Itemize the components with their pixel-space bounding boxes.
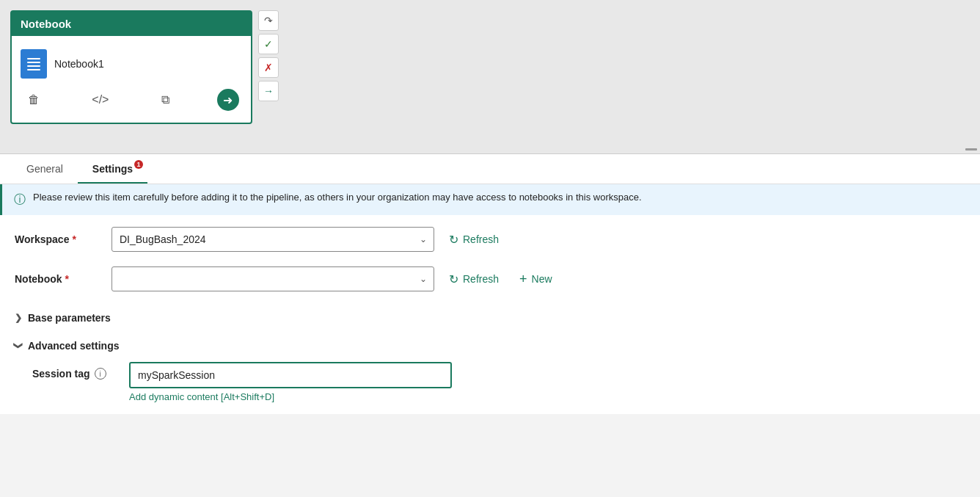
tabs-bar: General Settings 1 — [0, 154, 980, 184]
notebook-required: * — [65, 273, 69, 285]
redo-button[interactable]: ↷ — [258, 10, 279, 31]
workspace-row: Workspace * DI_BugBash_2024 ⌄ ↻ Refresh — [15, 227, 965, 252]
notebook-item-name: Notebook1 — [54, 58, 104, 70]
navigate-button[interactable]: → — [258, 81, 279, 101]
notebook-line-1 — [27, 58, 40, 59]
side-toolbar: ↷ ✓ ✗ → — [258, 10, 279, 101]
resize-handle[interactable] — [965, 148, 977, 150]
notebook-refresh-label: Refresh — [463, 273, 499, 285]
notebook-line-3 — [27, 65, 40, 67]
notebook-new-plus-icon: + — [519, 272, 527, 287]
workspace-label-text: Workspace — [15, 233, 69, 245]
base-parameters-toggle[interactable]: ❯ Base parameters — [15, 306, 111, 330]
cancel-button[interactable]: ✗ — [258, 57, 279, 78]
notebook-select[interactable] — [111, 266, 434, 291]
workspace-label: Workspace * — [15, 233, 103, 245]
notebook-label: Notebook * — [15, 273, 103, 285]
dynamic-content-link[interactable]: Add dynamic content [Alt+Shift+D] — [129, 391, 452, 402]
notebook-new-label: New — [532, 273, 552, 285]
workspace-refresh-button[interactable]: ↻ Refresh — [443, 228, 505, 251]
workspace-select-wrap: DI_BugBash_2024 ⌄ — [111, 227, 434, 252]
tab-general-label: General — [26, 163, 63, 175]
notebook-line-4 — [27, 69, 40, 70]
advanced-settings-section: ❯ Advanced settings Session tag i Add dy… — [15, 334, 965, 402]
canvas-area: Notebook Notebook1 🗑 </> ⧉ ➜ — [0, 0, 980, 154]
notebook-row: Notebook * ⌄ ↻ Refresh + New — [15, 266, 965, 291]
advanced-settings-arrow-icon: ❯ — [13, 342, 23, 349]
session-tag-label: Session tag i — [32, 362, 120, 380]
session-tag-info-icon[interactable]: i — [95, 368, 106, 380]
info-icon: ⓘ — [14, 192, 26, 208]
advanced-settings-toggle[interactable]: ❯ Advanced settings — [15, 334, 119, 358]
base-params-arrow-icon: ❯ — [15, 313, 22, 323]
notebook-card-actions: 🗑 </> ⧉ ➜ — [21, 83, 242, 114]
notebook-item-row: Notebook1 — [21, 45, 242, 83]
notebook-card-body: Notebook1 🗑 </> ⧉ ➜ — [12, 36, 251, 123]
tab-settings[interactable]: Settings 1 — [78, 154, 147, 184]
base-parameters-section: ❯ Base parameters — [15, 306, 965, 330]
session-tag-input-wrap: Add dynamic content [Alt+Shift+D] — [129, 362, 452, 402]
main-panel: General Settings 1 ⓘ Please review this … — [0, 154, 980, 414]
go-button[interactable]: ➜ — [217, 89, 239, 111]
info-banner: ⓘ Please review this item carefully befo… — [0, 184, 980, 215]
workspace-required: * — [72, 233, 76, 245]
session-tag-input[interactable] — [129, 362, 452, 388]
tab-general[interactable]: General — [12, 154, 78, 184]
workspace-refresh-label: Refresh — [463, 233, 499, 245]
advanced-settings-label: Advanced settings — [28, 340, 119, 352]
notebook-file-icon — [21, 49, 47, 79]
workspace-select[interactable]: DI_BugBash_2024 — [111, 227, 434, 252]
notebook-card-title: Notebook — [21, 18, 71, 30]
form-area: Workspace * DI_BugBash_2024 ⌄ ↻ Refresh … — [0, 215, 980, 414]
copy-button[interactable]: ⧉ — [157, 92, 174, 108]
info-banner-text: Please review this item carefully before… — [33, 192, 642, 203]
notebook-card-header: Notebook — [12, 12, 251, 36]
tab-settings-badge: 1 — [134, 160, 143, 169]
base-params-label: Base parameters — [28, 312, 111, 324]
notebook-card: Notebook Notebook1 🗑 </> ⧉ ➜ — [10, 10, 252, 124]
notebook-line-2 — [27, 62, 40, 63]
notebook-refresh-icon: ↻ — [449, 272, 458, 286]
code-button[interactable]: </> — [87, 92, 113, 108]
notebook-label-text: Notebook — [15, 273, 62, 285]
tab-settings-label: Settings — [92, 163, 133, 175]
delete-button[interactable]: 🗑 — [23, 92, 44, 108]
workspace-refresh-icon: ↻ — [449, 233, 458, 247]
notebook-refresh-button[interactable]: ↻ Refresh — [443, 268, 505, 291]
notebook-lines — [27, 58, 40, 70]
session-tag-row: Session tag i Add dynamic content [Alt+S… — [32, 362, 965, 402]
session-tag-label-text: Session tag — [32, 368, 90, 380]
notebook-select-wrap: ⌄ — [111, 266, 434, 291]
confirm-button[interactable]: ✓ — [258, 34, 279, 54]
notebook-new-button[interactable]: + New — [513, 267, 558, 291]
